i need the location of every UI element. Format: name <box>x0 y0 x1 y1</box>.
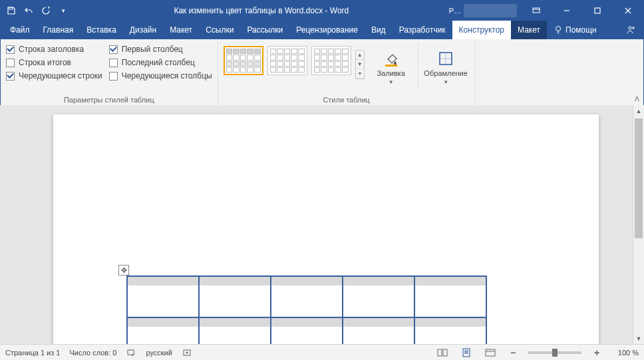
gallery-more-button[interactable]: ▲▼▾ <box>355 50 365 79</box>
lightbulb-icon <box>554 25 563 35</box>
table-style-thumb[interactable] <box>267 46 307 75</box>
table-style-thumb[interactable] <box>311 46 351 75</box>
checkbox-icon <box>6 45 15 54</box>
undo-button[interactable] <box>21 3 37 19</box>
option-label: Строка заголовка <box>19 45 84 54</box>
button-label: Заливка <box>377 69 404 77</box>
scroll-down-icon[interactable]: ▼ <box>356 60 364 69</box>
svg-point-10 <box>629 27 631 29</box>
option-last-column[interactable]: Последний столбец <box>109 58 212 67</box>
ribbon: Строка заголовка Строка итогов Чередующи… <box>1 39 643 106</box>
zoom-value[interactable]: 100 % <box>612 349 639 357</box>
tell-me-label: Помощн <box>565 25 597 35</box>
collapse-ribbon-button[interactable]: ᐱ <box>635 95 639 102</box>
zoom-out-button[interactable]: − <box>507 347 519 359</box>
option-label: Строка итогов <box>19 58 71 67</box>
svg-rect-13 <box>385 65 397 67</box>
document-table[interactable] <box>126 275 487 344</box>
tell-me-button[interactable]: Помощн <box>547 21 603 39</box>
checkbox-icon <box>109 59 118 67</box>
scrollbar-thumb[interactable] <box>635 118 643 238</box>
ribbon-display-button[interactable] <box>521 1 552 21</box>
checkbox-icon <box>109 45 118 54</box>
print-layout-button[interactable] <box>459 347 474 359</box>
dropdown-caret-icon: ▼ <box>389 79 394 85</box>
web-layout-button[interactable] <box>483 347 498 359</box>
svg-rect-1 <box>533 8 540 13</box>
option-banded-rows[interactable]: Чередующиеся строки <box>6 71 102 81</box>
document-area: ✥ ▲ ▼ <box>0 105 644 344</box>
svg-rect-20 <box>438 349 442 356</box>
save-button[interactable] <box>3 3 19 19</box>
scroll-down-button[interactable]: ▼ <box>633 333 644 344</box>
option-total-row[interactable]: Строка итогов <box>6 58 102 67</box>
table-row[interactable] <box>127 276 486 317</box>
titlebar-right: P… <box>449 1 643 21</box>
tab-layout[interactable]: Макет <box>163 21 199 39</box>
status-bar: Страница 1 из 1 Число слов: 0 русский − … <box>0 344 644 360</box>
expand-icon[interactable]: ▾ <box>356 69 364 79</box>
svg-rect-4 <box>595 8 600 13</box>
svg-point-7 <box>556 27 561 31</box>
group-table-styles: ▲▼▾ Заливка ▼ Обрамление ▼ Стили таблиц <box>218 39 476 105</box>
qat-customize-button[interactable]: ▾ <box>55 3 71 19</box>
quick-access-toolbar: ▾ <box>1 3 74 19</box>
macro-record-icon[interactable] <box>182 347 192 358</box>
table-style-thumb[interactable] <box>224 46 263 75</box>
window-title: Как изменить цвет таблицы в Word.docx - … <box>74 6 449 15</box>
checkbox-icon <box>6 72 15 81</box>
account-name-pill[interactable] <box>464 4 517 17</box>
vertical-scrollbar[interactable]: ▲ ▼ <box>633 105 644 344</box>
zoom-slider[interactable] <box>528 351 581 354</box>
tab-file[interactable]: Файл <box>3 21 37 39</box>
table-move-handle[interactable]: ✥ <box>118 265 129 275</box>
account-badge[interactable]: P… <box>449 7 461 15</box>
tab-design[interactable]: Дизайн <box>123 21 163 39</box>
option-first-column[interactable]: Первый столбец <box>109 45 212 54</box>
option-label: Первый столбец <box>122 45 183 54</box>
table-styles-gallery: ▲▼▾ <box>224 42 365 79</box>
tab-insert[interactable]: Вставка <box>80 21 123 39</box>
status-language[interactable]: русский <box>146 349 172 357</box>
zoom-in-button[interactable]: + <box>591 347 603 359</box>
tab-view[interactable]: Вид <box>365 21 393 39</box>
group-table-style-options: Строка заголовка Строка итогов Чередующи… <box>1 39 218 105</box>
tab-home[interactable]: Главная <box>37 21 80 39</box>
group-label: Стили таблиц <box>224 94 470 104</box>
borders-button[interactable]: Обрамление ▼ <box>418 42 470 90</box>
checkbox-icon <box>6 59 15 67</box>
svg-point-19 <box>186 351 188 353</box>
tab-mailings[interactable]: Рассылки <box>240 21 289 39</box>
shading-button[interactable]: Заливка ▼ <box>371 42 411 90</box>
tab-developer[interactable]: Разработчик <box>393 21 452 39</box>
group-label: Параметры стилей таблиц <box>6 94 212 104</box>
tab-references[interactable]: Ссылки <box>199 21 240 39</box>
svg-rect-17 <box>128 350 134 355</box>
close-button[interactable] <box>613 1 643 21</box>
tab-review[interactable]: Рецензирование <box>289 21 365 39</box>
maximize-button[interactable] <box>582 1 613 21</box>
tab-table-layout[interactable]: Макет <box>511 21 547 39</box>
title-bar: ▾ Как изменить цвет таблицы в Word.docx … <box>1 1 643 21</box>
svg-rect-22 <box>463 349 470 357</box>
scroll-up-button[interactable]: ▲ <box>633 105 644 116</box>
table-row[interactable] <box>127 317 486 344</box>
option-header-row[interactable]: Строка заголовка <box>6 45 102 54</box>
scroll-up-icon[interactable]: ▲ <box>356 51 364 60</box>
option-banded-columns[interactable]: Чередующиеся столбцы <box>109 71 212 81</box>
status-word-count[interactable]: Число слов: 0 <box>69 349 116 357</box>
spellcheck-icon[interactable] <box>126 347 136 358</box>
button-label: Обрамление <box>424 69 468 77</box>
redo-button[interactable] <box>38 3 54 19</box>
status-page[interactable]: Страница 1 из 1 <box>5 349 60 357</box>
read-mode-button[interactable] <box>435 347 450 359</box>
share-button[interactable] <box>617 21 643 39</box>
svg-rect-0 <box>9 7 13 9</box>
svg-rect-26 <box>486 349 495 356</box>
svg-rect-21 <box>443 349 447 356</box>
tab-table-design[interactable]: Конструктор <box>452 21 511 39</box>
minimize-button[interactable] <box>552 1 582 21</box>
ribbon-tabstrip: Файл Главная Вставка Дизайн Макет Ссылки… <box>1 21 643 39</box>
option-label: Последний столбец <box>122 58 195 67</box>
option-label: Чередующиеся столбцы <box>122 71 212 81</box>
